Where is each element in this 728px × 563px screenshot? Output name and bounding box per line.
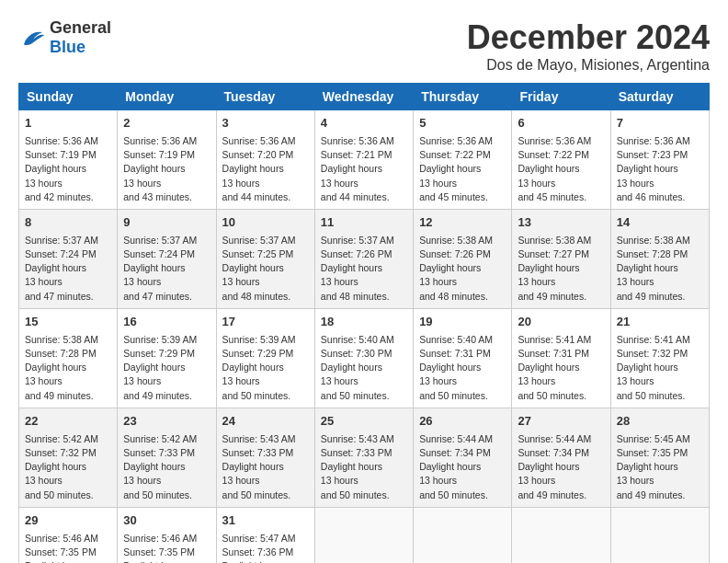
table-row [314, 507, 413, 563]
day-info: Sunrise: 5:36 AMSunset: 7:22 PMDaylight … [518, 135, 591, 202]
table-row: 22Sunrise: 5:42 AMSunset: 7:32 PMDayligh… [19, 408, 118, 507]
day-info: Sunrise: 5:46 AMSunset: 7:35 PMDaylight … [123, 533, 197, 563]
table-row: 14Sunrise: 5:38 AMSunset: 7:28 PMDayligh… [610, 209, 709, 308]
table-row: 21Sunrise: 5:41 AMSunset: 7:32 PMDayligh… [610, 308, 709, 408]
day-number: 25 [321, 413, 407, 431]
day-info: Sunrise: 5:45 AMSunset: 7:35 PMDaylight … [617, 433, 690, 500]
day-number: 19 [419, 314, 506, 331]
day-number: 7 [617, 115, 703, 132]
table-row: 26Sunrise: 5:44 AMSunset: 7:34 PMDayligh… [414, 408, 512, 507]
day-number: 2 [123, 115, 210, 132]
day-info: Sunrise: 5:40 AMSunset: 7:30 PMDaylight … [321, 334, 394, 401]
day-info: Sunrise: 5:44 AMSunset: 7:34 PMDaylight … [518, 433, 591, 500]
day-number: 4 [321, 115, 407, 132]
calendar-row: 8Sunrise: 5:37 AMSunset: 7:24 PMDaylight… [19, 209, 710, 308]
table-row: 9Sunrise: 5:37 AMSunset: 7:24 PMDaylight… [118, 209, 216, 308]
day-number: 8 [25, 214, 111, 232]
logo: General Blue [18, 18, 111, 57]
day-number: 14 [617, 214, 703, 232]
day-number: 12 [419, 214, 506, 232]
header-sunday: Sunday [19, 84, 118, 110]
logo-general: General [50, 18, 111, 37]
day-info: Sunrise: 5:36 AMSunset: 7:20 PMDaylight … [222, 135, 296, 202]
day-info: Sunrise: 5:44 AMSunset: 7:34 PMDaylight … [419, 433, 493, 500]
calendar-table: Sunday Monday Tuesday Wednesday Thursday… [18, 83, 710, 563]
day-number: 20 [518, 314, 604, 331]
day-info: Sunrise: 5:38 AMSunset: 7:28 PMDaylight … [25, 334, 98, 401]
day-info: Sunrise: 5:42 AMSunset: 7:32 PMDaylight … [25, 433, 98, 500]
table-row: 29Sunrise: 5:46 AMSunset: 7:35 PMDayligh… [19, 507, 118, 563]
table-row: 30Sunrise: 5:46 AMSunset: 7:35 PMDayligh… [118, 507, 216, 563]
day-number: 27 [518, 413, 604, 431]
day-info: Sunrise: 5:37 AMSunset: 7:25 PMDaylight … [222, 235, 296, 302]
table-row: 27Sunrise: 5:44 AMSunset: 7:34 PMDayligh… [512, 408, 610, 507]
day-info: Sunrise: 5:36 AMSunset: 7:21 PMDaylight … [321, 135, 394, 202]
title-area: December 2024 Dos de Mayo, Misiones, Arg… [467, 18, 710, 74]
day-info: Sunrise: 5:38 AMSunset: 7:27 PMDaylight … [518, 235, 591, 302]
day-info: Sunrise: 5:43 AMSunset: 7:33 PMDaylight … [321, 433, 394, 500]
day-info: Sunrise: 5:43 AMSunset: 7:33 PMDaylight … [222, 433, 296, 500]
day-number: 16 [123, 314, 210, 331]
day-info: Sunrise: 5:42 AMSunset: 7:33 PMDaylight … [123, 433, 197, 500]
header-tuesday: Tuesday [216, 84, 314, 110]
day-number: 28 [617, 413, 703, 431]
day-info: Sunrise: 5:41 AMSunset: 7:31 PMDaylight … [518, 334, 591, 401]
day-info: Sunrise: 5:36 AMSunset: 7:19 PMDaylight … [123, 135, 197, 202]
day-info: Sunrise: 5:46 AMSunset: 7:35 PMDaylight … [25, 533, 98, 563]
table-row: 5Sunrise: 5:36 AMSunset: 7:22 PMDaylight… [414, 110, 512, 210]
table-row: 8Sunrise: 5:37 AMSunset: 7:24 PMDaylight… [19, 209, 118, 308]
day-number: 15 [25, 314, 111, 331]
table-row: 10Sunrise: 5:37 AMSunset: 7:25 PMDayligh… [216, 209, 314, 308]
header-thursday: Thursday [414, 84, 512, 110]
table-row: 19Sunrise: 5:40 AMSunset: 7:31 PMDayligh… [414, 308, 512, 408]
logo-text: General Blue [50, 18, 111, 57]
day-info: Sunrise: 5:36 AMSunset: 7:23 PMDaylight … [617, 135, 690, 202]
table-row: 4Sunrise: 5:36 AMSunset: 7:21 PMDaylight… [314, 110, 413, 210]
table-row [414, 507, 512, 563]
day-info: Sunrise: 5:37 AMSunset: 7:26 PMDaylight … [321, 235, 394, 302]
table-row: 11Sunrise: 5:37 AMSunset: 7:26 PMDayligh… [314, 209, 413, 308]
calendar-row: 22Sunrise: 5:42 AMSunset: 7:32 PMDayligh… [19, 408, 710, 507]
table-row: 13Sunrise: 5:38 AMSunset: 7:27 PMDayligh… [512, 209, 610, 308]
day-number: 29 [25, 512, 111, 530]
location-subtitle: Dos de Mayo, Misiones, Argentina [467, 57, 710, 74]
day-number: 31 [222, 512, 309, 530]
day-number: 23 [123, 413, 210, 431]
table-row: 3Sunrise: 5:36 AMSunset: 7:20 PMDaylight… [216, 110, 314, 210]
calendar-row: 1Sunrise: 5:36 AMSunset: 7:19 PMDaylight… [19, 110, 710, 210]
calendar-header-row: Sunday Monday Tuesday Wednesday Thursday… [19, 84, 710, 110]
day-number: 24 [222, 413, 309, 431]
day-number: 30 [123, 512, 210, 530]
table-row: 16Sunrise: 5:39 AMSunset: 7:29 PMDayligh… [118, 308, 216, 408]
table-row: 7Sunrise: 5:36 AMSunset: 7:23 PMDaylight… [610, 110, 709, 210]
day-info: Sunrise: 5:36 AMSunset: 7:22 PMDaylight … [419, 135, 493, 202]
table-row: 24Sunrise: 5:43 AMSunset: 7:33 PMDayligh… [216, 408, 314, 507]
table-row: 28Sunrise: 5:45 AMSunset: 7:35 PMDayligh… [610, 408, 709, 507]
day-number: 9 [123, 214, 210, 232]
header-saturday: Saturday [610, 84, 709, 110]
page-header: General Blue December 2024 Dos de Mayo, … [18, 18, 710, 74]
calendar-row: 29Sunrise: 5:46 AMSunset: 7:35 PMDayligh… [19, 507, 710, 563]
day-info: Sunrise: 5:37 AMSunset: 7:24 PMDaylight … [123, 235, 197, 302]
day-info: Sunrise: 5:36 AMSunset: 7:19 PMDaylight … [25, 135, 98, 202]
month-title: December 2024 [467, 18, 710, 57]
day-info: Sunrise: 5:39 AMSunset: 7:29 PMDaylight … [222, 334, 296, 401]
day-number: 13 [518, 214, 604, 232]
day-info: Sunrise: 5:41 AMSunset: 7:32 PMDaylight … [617, 334, 690, 401]
table-row: 1Sunrise: 5:36 AMSunset: 7:19 PMDaylight… [19, 110, 118, 210]
table-row: 6Sunrise: 5:36 AMSunset: 7:22 PMDaylight… [512, 110, 610, 210]
table-row: 18Sunrise: 5:40 AMSunset: 7:30 PMDayligh… [314, 308, 413, 408]
table-row: 12Sunrise: 5:38 AMSunset: 7:26 PMDayligh… [414, 209, 512, 308]
day-number: 21 [617, 314, 703, 331]
day-info: Sunrise: 5:38 AMSunset: 7:28 PMDaylight … [617, 235, 690, 302]
table-row: 15Sunrise: 5:38 AMSunset: 7:28 PMDayligh… [19, 308, 118, 408]
logo-blue: Blue [50, 38, 85, 56]
day-number: 18 [321, 314, 407, 331]
table-row: 20Sunrise: 5:41 AMSunset: 7:31 PMDayligh… [512, 308, 610, 408]
header-monday: Monday [118, 84, 216, 110]
day-number: 11 [321, 214, 407, 232]
table-row: 31Sunrise: 5:47 AMSunset: 7:36 PMDayligh… [216, 507, 314, 563]
calendar-row: 15Sunrise: 5:38 AMSunset: 7:28 PMDayligh… [19, 308, 710, 408]
table-row: 17Sunrise: 5:39 AMSunset: 7:29 PMDayligh… [216, 308, 314, 408]
day-number: 1 [25, 115, 111, 132]
